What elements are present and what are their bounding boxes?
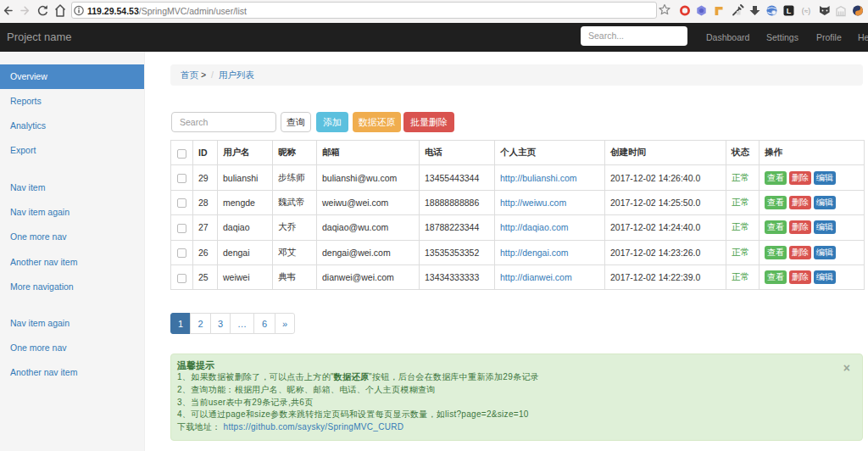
svg-text:(≈): (≈)	[802, 7, 810, 15]
svg-text:L: L	[787, 7, 792, 15]
